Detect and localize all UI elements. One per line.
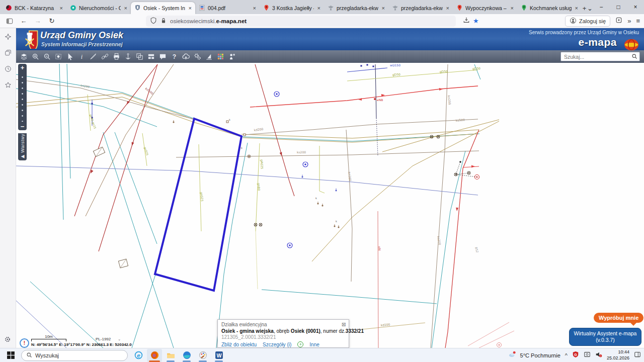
account-icon (570, 17, 577, 25)
eagle-favicon-icon (392, 5, 398, 12)
zoom-in-button[interactable]: + (21, 64, 25, 71)
tab-close-icon[interactable]: × (446, 5, 449, 11)
measure-icon[interactable] (90, 53, 97, 60)
link-icon[interactable] (101, 53, 109, 60)
history-icon[interactable] (5, 65, 12, 74)
street-view-icon[interactable] (228, 53, 236, 60)
print-icon[interactable] (113, 53, 120, 60)
other-link[interactable]: Inne (309, 342, 319, 347)
reload-button[interactable]: ↻ (46, 16, 57, 27)
map-search-box[interactable] (560, 52, 640, 61)
new-tab-button[interactable]: + (582, 2, 587, 14)
zoom-slider[interactable]: + − (18, 64, 27, 130)
tab-strip: BCK - Katarzyna×Nieruchomości - Oświę×Os… (0, 0, 582, 14)
parcel-description: Osiek - gmina wiejska, obręb Osiek (0001… (221, 328, 345, 334)
comment-icon[interactable] (159, 53, 167, 60)
tab-manager-icon[interactable] (5, 49, 12, 58)
notification-center-icon[interactable] (634, 351, 641, 360)
sidebar-settings-gear-icon[interactable] (4, 336, 11, 345)
help-icon[interactable]: ? (171, 53, 178, 60)
bookmarks-icon[interactable] (5, 81, 12, 90)
browser-tab[interactable]: Nieruchomości - Oświę× (66, 2, 131, 14)
minimize-button[interactable]: − (593, 0, 610, 14)
browser-tab[interactable]: przegladarka-ekw.ms.g× (324, 2, 388, 14)
popup-close-icon[interactable]: ⊠ (342, 321, 346, 328)
overflow-icon[interactable]: » (627, 17, 631, 25)
zoom-out-button[interactable]: − (21, 123, 25, 130)
browser-tab[interactable]: Kochmanek usługi stola× (517, 2, 582, 14)
assistant-bubble[interactable]: Wypróbuj mnie (594, 313, 643, 323)
map-canvas[interactable]: kd200ks200ks200kd500ks500kn160kn200ks200… (16, 63, 644, 348)
tab-close-icon[interactable]: × (60, 5, 63, 11)
weather-icon[interactable] (509, 351, 516, 360)
tab-close-icon[interactable]: × (382, 5, 385, 11)
edge-taskbar-icon[interactable] (179, 349, 194, 362)
antivirus-shield-icon[interactable]: G (572, 351, 579, 360)
extension-icon[interactable] (615, 17, 622, 25)
browser-tab[interactable]: BCK - Katarzyna× (2, 2, 66, 14)
forward-button[interactable]: → (32, 16, 43, 27)
lock-icon[interactable] (160, 17, 167, 25)
tab-close-icon[interactable]: × (317, 5, 320, 11)
sidebar-toggle-icon[interactable] (4, 16, 15, 27)
modules-grid-icon[interactable] (217, 53, 224, 60)
taskbar-search[interactable]: Wyszukaj (21, 350, 128, 361)
tab-close-icon[interactable]: × (575, 5, 578, 11)
zoom-track[interactable] (18, 72, 27, 122)
browser-tab[interactable]: Wypoczynkowa – Map× (453, 2, 517, 14)
details-link[interactable]: Szczegóły (i) (263, 342, 291, 347)
browser-tab[interactable]: przegladarka-ekw.ms.g× (388, 2, 453, 14)
explorer-taskbar-icon[interactable] (163, 349, 178, 362)
start-button[interactable] (3, 349, 18, 362)
maximize-button[interactable]: □ (610, 0, 627, 14)
hidden-icons-chevron[interactable]: ^ (565, 352, 568, 358)
url-field[interactable]: osiekoswiecimski.e-mapa.net (146, 16, 456, 27)
zoom-to-object-link[interactable]: Zbliż do obiektu (221, 342, 257, 347)
add-icon[interactable]: + (297, 341, 303, 347)
browser-tab[interactable]: Osiek - System Informa× (131, 2, 195, 14)
virtual-assistant-button[interactable]: Wirtualny Asystent e-mapa (v.0.3.7) (569, 328, 641, 346)
ie-taskbar-icon[interactable]: e (131, 349, 146, 362)
settings-gears-icon[interactable] (194, 53, 201, 60)
menu-icon[interactable]: ≡ (636, 17, 640, 25)
bookmark-star-icon[interactable]: ★ (473, 17, 479, 25)
ai-chat-icon[interactable] (5, 33, 12, 42)
weather-text[interactable]: 5°C Pochmurnie (520, 352, 560, 358)
volume-icon[interactable]: x (595, 351, 602, 360)
crs-selector[interactable]: PL-1992⌄ (96, 337, 121, 341)
paint-taskbar-icon[interactable] (195, 349, 210, 362)
tab-close-icon[interactable]: × (189, 5, 192, 11)
tab-close-icon[interactable]: × (124, 5, 127, 11)
north-arrow-icon[interactable] (205, 53, 213, 60)
copy-frame-icon[interactable] (136, 53, 143, 60)
gmina-crest-logo (20, 30, 39, 50)
login-button[interactable]: Zaloguj się (565, 16, 610, 27)
alert-icon[interactable]: ! (20, 338, 29, 348)
search-icon[interactable] (631, 52, 637, 61)
tray-app-icon[interactable] (584, 351, 591, 360)
svg-text:ks200: ks200 (297, 150, 306, 154)
tab-list-button[interactable]: ⌄ (587, 2, 593, 14)
close-button[interactable]: × (627, 0, 644, 14)
layers-icon[interactable] (20, 53, 28, 60)
firefox-taskbar-icon[interactable] (147, 349, 162, 362)
map-search-input[interactable] (563, 53, 629, 60)
layers-panel-tab[interactable]: ▶ Warstwy (18, 133, 27, 160)
panels-icon[interactable] (147, 53, 155, 60)
save-page-icon[interactable] (463, 17, 470, 26)
browser-tab[interactable]: 3 Kostka Jagiełły – Map× (260, 2, 324, 14)
tracking-shield-icon[interactable] (150, 17, 157, 25)
clock[interactable]: 10:44 25.02.2026 (607, 349, 629, 361)
cloud-upload-icon[interactable] (182, 53, 190, 60)
tab-close-icon[interactable]: × (511, 5, 514, 11)
locate-icon[interactable] (124, 53, 132, 60)
back-button[interactable]: ← (18, 16, 29, 27)
browser-tab[interactable]: 004.pdf× (195, 2, 260, 14)
zoom-out-icon[interactable] (43, 53, 51, 60)
zoom-in-icon[interactable] (32, 53, 39, 60)
info-icon[interactable]: i (78, 53, 86, 60)
pointer-icon[interactable] (66, 53, 74, 60)
select-area-icon[interactable] (55, 53, 62, 60)
tab-close-icon[interactable]: × (253, 5, 256, 11)
word-taskbar-icon[interactable]: W (211, 349, 226, 362)
